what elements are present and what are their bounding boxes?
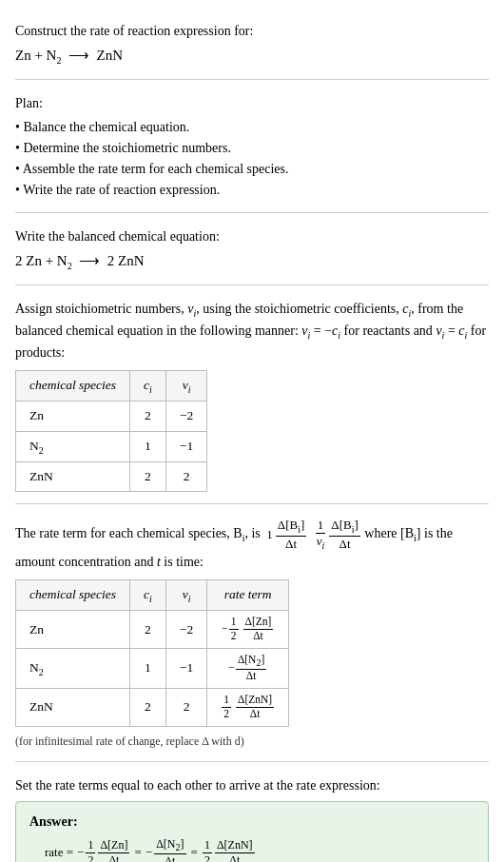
balanced-equation: 2 Zn + N2 ⟶ 2 ZnN <box>15 250 489 273</box>
col-vi-2: νi <box>165 579 206 611</box>
section-stoich: Assign stoichiometric numbers, νi, using… <box>15 289 489 504</box>
section-answer: Set the rate terms equal to each other t… <box>15 766 489 862</box>
rate-label: rate = <box>45 843 73 862</box>
table-row: Zn 2 −2 <box>16 402 207 431</box>
plan-step-2: Determine the stoichiometric numbers. <box>15 138 489 158</box>
rate-znn: 12 Δ[ZnN]Δt <box>207 689 289 727</box>
answer-intro: Set the rate terms equal to each other t… <box>15 775 489 795</box>
species-zn-2: Zn <box>16 611 130 649</box>
plan-list: Balance the chemical equation. Determine… <box>15 117 489 200</box>
species-znn-2: ZnN <box>16 689 130 727</box>
table-row: ZnN 2 2 <box>16 462 207 492</box>
eq-2: = <box>191 843 198 862</box>
ci-n2-2: 1 <box>130 648 166 688</box>
intro-frac: Δ[Bi] Δt <box>276 518 307 551</box>
species-znn-1: ZnN <box>16 462 130 492</box>
balanced-title: Write the balanced chemical equation: <box>15 226 489 246</box>
col-species-1: chemical species <box>16 370 130 402</box>
ci-zn-1: 2 <box>130 402 166 431</box>
vi-znn-1: 2 <box>165 462 206 492</box>
ci-n2-1: 1 <box>130 431 166 462</box>
stoich-table: chemical species ci νi Zn 2 −2 N2 1 −1 Z… <box>15 370 207 493</box>
table-row: N2 1 −1 −Δ[N2]Δt <box>16 648 289 688</box>
answer-label: Answer: <box>29 812 475 832</box>
ci-zn-2: 2 <box>130 611 166 649</box>
initial-reaction: Zn + N2 ⟶ ZnN <box>15 45 489 68</box>
plan-title: Plan: <box>15 93 489 113</box>
vi-znn-2: 2 <box>165 689 206 727</box>
col-ci-2: ci <box>130 579 166 611</box>
rate-term-znn: 12 Δ[ZnN]Δt <box>202 838 256 862</box>
table-row: Zn 2 −2 −12 Δ[Zn]Δt <box>16 611 289 649</box>
species-n2-1: N2 <box>16 431 130 462</box>
col-ci-1: ci <box>130 370 166 402</box>
rate-term-zn: −12 Δ[Zn]Δt <box>77 838 130 862</box>
species-n2-2: N2 <box>16 648 130 688</box>
vi-n2-2: −1 <box>165 648 206 688</box>
section-balanced: Write the balanced chemical equation: 2 … <box>15 217 489 285</box>
ci-znn-2: 2 <box>130 689 166 727</box>
plan-step-1: Balance the chemical equation. <box>15 117 489 137</box>
stoich-intro: Assign stoichiometric numbers, νi, using… <box>15 299 489 362</box>
rate-expression: rate = −12 Δ[Zn]Δt = −Δ[N2]Δt = 12 Δ[ZnN… <box>45 837 475 862</box>
ci-znn-1: 2 <box>130 462 166 492</box>
vi-zn-2: −2 <box>165 611 206 649</box>
rate-zn: −12 Δ[Zn]Δt <box>207 611 289 649</box>
species-zn-1: Zn <box>16 402 130 431</box>
footnote: (for infinitesimal rate of change, repla… <box>15 733 489 750</box>
section-construct: Construct the rate of reaction expressio… <box>15 11 489 80</box>
answer-box: Answer: rate = −12 Δ[Zn]Δt = −Δ[N2]Δt = … <box>15 801 489 862</box>
section-plan: Plan: Balance the chemical equation. Det… <box>15 84 489 213</box>
col-species-2: chemical species <box>16 579 130 611</box>
col-vi-1: νi <box>165 370 206 402</box>
construct-title: Construct the rate of reaction expressio… <box>15 21 489 41</box>
rate-term-table: chemical species ci νi rate term Zn 2 −2… <box>15 579 289 727</box>
table-row: ZnN 2 2 12 Δ[ZnN]Δt <box>16 689 289 727</box>
plan-step-3: Assemble the rate term for each chemical… <box>15 159 489 179</box>
rate-term-n2: −Δ[N2]Δt <box>145 837 187 862</box>
rate-n2: −Δ[N2]Δt <box>207 648 289 688</box>
rate-term-intro: The rate term for each chemical species,… <box>15 518 489 571</box>
col-rate-term: rate term <box>207 579 289 611</box>
plan-step-4: Write the rate of reaction expression. <box>15 180 489 200</box>
eq-1: = <box>134 843 141 862</box>
table-row: N2 1 −1 <box>16 431 207 462</box>
section-rate-terms: The rate term for each chemical species,… <box>15 508 489 761</box>
vi-zn-1: −2 <box>165 402 206 431</box>
vi-n2-1: −1 <box>165 431 206 462</box>
